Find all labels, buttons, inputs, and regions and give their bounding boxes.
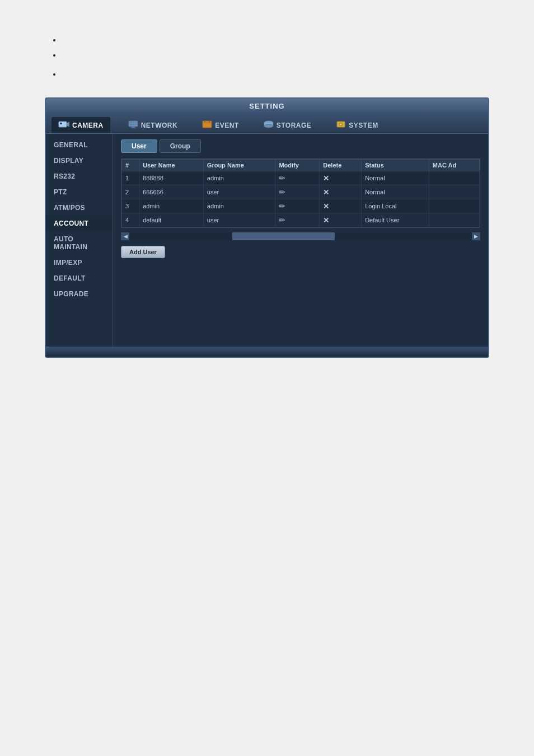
bullet-item-3 [62, 68, 489, 81]
sidebar: GENERAL DISPLAY RS232 PTZ ATM/POS ACCOUN… [46, 134, 113, 347]
cell-groupname-1: admin [203, 171, 275, 185]
scroll-right-arrow[interactable]: ▶ [472, 232, 480, 240]
cell-username-3: admin [139, 199, 204, 213]
cell-status-4: Default User [362, 213, 429, 227]
sidebar-item-imp-exp[interactable]: IMP/EXP [46, 255, 113, 270]
camera-icon [58, 120, 69, 130]
sub-tab-user-label: User [132, 142, 147, 150]
col-modify: Modify [275, 160, 320, 171]
tab-network-label: NETWORK [141, 122, 178, 129]
cell-delete-1[interactable]: ✕ [320, 171, 362, 185]
cell-username-1: 888888 [139, 171, 204, 185]
sidebar-upgrade-label: UPGRADE [54, 290, 88, 298]
cell-mac-1 [429, 171, 479, 185]
sidebar-ptz-label: PTZ [54, 188, 67, 196]
sidebar-default-label: DEFAULT [54, 274, 86, 282]
sidebar-item-upgrade[interactable]: UPGRADE [46, 286, 113, 302]
setting-title-bar: SETTING [46, 99, 488, 114]
main-content: GENERAL DISPLAY RS232 PTZ ATM/POS ACCOUN… [46, 134, 488, 347]
col-status: Status [362, 160, 429, 171]
cell-status-1: Normal [362, 171, 429, 185]
tab-bar: CAMERA NETWORK [46, 114, 488, 134]
user-table-wrapper: # User Name Group Name Modify Delete Sta… [121, 158, 480, 228]
sub-tab-user[interactable]: User [121, 139, 157, 153]
system-icon [336, 120, 346, 130]
cell-status-2: Normal [362, 185, 429, 199]
add-user-button[interactable]: Add User [121, 246, 165, 258]
page-content: SETTING CAMERA [0, 0, 534, 380]
col-username: User Name [139, 160, 204, 171]
sub-tab-group[interactable]: Group [160, 139, 201, 153]
tab-storage-label: STORAGE [277, 122, 312, 129]
sidebar-imp-exp-label: IMP/EXP [54, 259, 82, 267]
sidebar-item-atm-pos[interactable]: ATM/POS [46, 200, 113, 216]
sidebar-account-label: ACCOUNT [54, 220, 88, 227]
tab-camera[interactable]: CAMERA [51, 117, 110, 133]
cell-delete-4[interactable]: ✕ [320, 213, 362, 227]
sidebar-item-auto-maintain[interactable]: AUTO MAINTAIN [46, 231, 113, 255]
bullet-list-2 [45, 68, 489, 81]
cell-delete-2[interactable]: ✕ [320, 185, 362, 199]
svg-rect-7 [132, 127, 135, 128]
col-num: # [122, 160, 139, 171]
sidebar-item-general[interactable]: GENERAL [46, 137, 113, 153]
tab-network[interactable]: NETWORK [121, 117, 185, 133]
tab-event[interactable]: EVENT [195, 117, 246, 133]
cell-num-1: 1 [122, 171, 139, 185]
tab-system-label: SYSTEM [349, 122, 378, 129]
sidebar-item-rs232[interactable]: RS232 [46, 169, 113, 184]
bullet-item-1 [62, 34, 489, 46]
sidebar-item-ptz[interactable]: PTZ [46, 184, 113, 200]
user-table: # User Name Group Name Modify Delete Sta… [121, 159, 480, 227]
cell-status-3: Login Local [362, 199, 429, 213]
cell-modify-4[interactable]: ✏ [275, 213, 320, 227]
horizontal-scrollbar[interactable]: ◀ ▶ [121, 232, 480, 240]
table-header-row: # User Name Group Name Modify Delete Sta… [122, 160, 480, 171]
table-row: 3 admin admin ✏ ✕ Login Local [122, 199, 480, 213]
cell-username-4: default [139, 213, 204, 227]
cell-modify-2[interactable]: ✏ [275, 185, 320, 199]
scroll-left-arrow[interactable]: ◀ [121, 232, 129, 240]
col-groupname: Group Name [203, 160, 275, 171]
sidebar-item-display[interactable]: DISPLAY [46, 153, 113, 169]
svg-rect-0 [59, 122, 67, 127]
sidebar-general-label: GENERAL [54, 141, 88, 149]
svg-point-15 [264, 124, 273, 128]
storage-icon [264, 120, 274, 130]
cell-groupname-2: user [203, 185, 275, 199]
cell-groupname-3: admin [203, 199, 275, 213]
cell-delete-3[interactable]: ✕ [320, 199, 362, 213]
scrollbar-track[interactable] [129, 232, 472, 240]
sidebar-auto-maintain-label: AUTO MAINTAIN [54, 235, 87, 251]
cell-username-2: 666666 [139, 185, 204, 199]
svg-marker-1 [67, 122, 69, 127]
table-row: 4 default user ✏ ✕ Default User [122, 213, 480, 227]
svg-rect-9 [203, 121, 212, 128]
cell-num-4: 4 [122, 213, 139, 227]
sub-tab-group-label: Group [170, 142, 190, 150]
sidebar-item-default[interactable]: DEFAULT [46, 270, 113, 286]
cell-mac-3 [429, 199, 479, 213]
sidebar-atm-pos-label: ATM/POS [54, 204, 85, 212]
svg-rect-11 [204, 120, 205, 122]
cell-modify-3[interactable]: ✏ [275, 199, 320, 213]
col-delete: Delete [320, 160, 362, 171]
sidebar-item-account[interactable]: ACCOUNT [46, 216, 113, 231]
table-row: 2 666666 user ✏ ✕ Normal [122, 185, 480, 199]
tab-storage[interactable]: STORAGE [257, 117, 318, 133]
svg-rect-3 [129, 121, 138, 127]
sidebar-rs232-label: RS232 [54, 172, 75, 180]
bottom-bar [46, 347, 488, 357]
cell-modify-1[interactable]: ✏ [275, 171, 320, 185]
cell-mac-2 [429, 185, 479, 199]
cell-groupname-4: user [203, 213, 275, 227]
tab-system[interactable]: SYSTEM [329, 117, 385, 133]
sidebar-display-label: DISPLAY [54, 157, 83, 165]
setting-window: SETTING CAMERA [45, 97, 489, 358]
tab-camera-label: CAMERA [72, 122, 104, 129]
content-area: User Group # User Name Group Name [113, 134, 488, 347]
setting-title: SETTING [249, 102, 284, 110]
scrollbar-thumb[interactable] [232, 232, 335, 240]
cell-mac-4 [429, 213, 479, 227]
svg-rect-8 [130, 128, 136, 128]
